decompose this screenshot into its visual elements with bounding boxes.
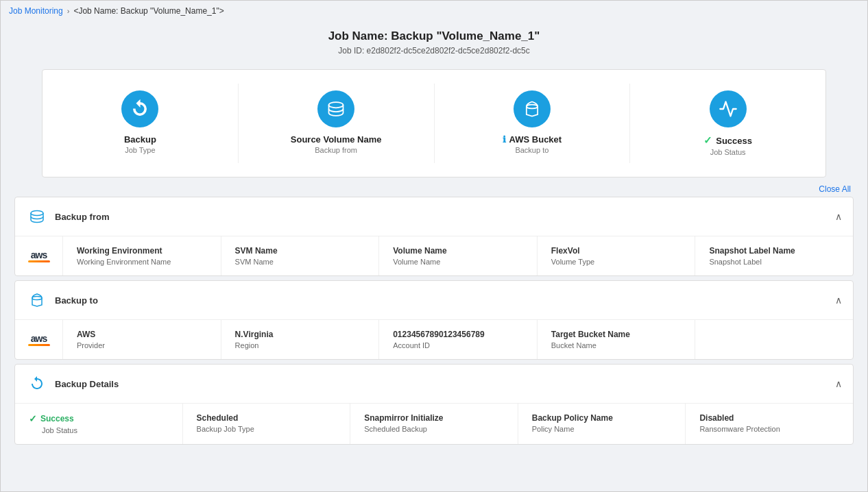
aws-logo-from: aws [28,250,50,262]
aws-bucket-card-value: ℹ AWS Bucket [503,134,562,145]
bucket-name-empty-cell [695,320,853,359]
summary-card-source-volume: Source Volume Name Backup from [239,84,435,163]
section-title-backup-to: Backup to [26,289,98,311]
chevron-up-icon-backup-from: ∧ [835,211,842,222]
svm-name-cell: SVM Name SVM Name [221,236,380,275]
status-success-indicator: ✓ Success [29,413,169,424]
summary-card-success: ✓ Success Job Status [630,84,825,163]
snapshot-label-cell: Snapshot Label Name Snapshot Label [695,236,853,275]
backup-details-section-icon [26,373,48,395]
backup-card-label: Job Type [125,146,155,154]
chevron-up-icon-backup-details: ∧ [835,378,842,389]
backup-from-icon [29,208,45,225]
success-check-icon: ✓ [703,134,712,147]
section-header-backup-details[interactable]: Backup Details ∧ [15,365,853,404]
aws-bucket-icon-circle [514,90,551,127]
backup-icon-circle [121,90,158,127]
backup-from-data-row: aws Working Environment Working Environm… [15,236,853,275]
breadcrumb-current: <Job Name: Backup "Volume_Name_1"> [73,6,224,16]
aws-bucket-card-label: Backup to [515,146,548,154]
main-content: Job Name: Backup "Volume_Name_1" Job ID:… [1,21,867,463]
close-all-row: Close All [14,177,854,197]
backup-details-data-row: ✓ Success Job Status Scheduled Backup Jo… [15,404,853,444]
flexvol-cell: FlexVol Volume Type [538,236,696,275]
volume-name-cell: Volume Name Volume Name [379,236,538,275]
success-status-icon: ✓ [29,413,37,424]
section-header-backup-from[interactable]: Backup from ∧ [15,197,853,236]
aws-logo-to: aws [28,334,50,346]
region-cell: N.Virginia Region [221,320,380,359]
backup-icon [130,99,149,119]
section-title-backup-details: Backup Details [26,373,119,395]
breadcrumb: Job Monitoring › <Job Name: Backup "Volu… [1,1,867,21]
summary-card-backup: Backup Job Type [43,84,239,163]
backup-to-icon [29,292,45,308]
activity-icon-circle [710,90,747,127]
app-container: Job Monitoring › <Job Name: Backup "Volu… [0,0,868,492]
job-status-cell: ✓ Success Job Status [15,404,183,444]
section-backup-to: Backup to ∧ aws AWS Provider N.Virginia [14,280,854,360]
breadcrumb-separator: › [67,7,70,15]
source-volume-card-value: Source Volume Name [291,134,382,145]
aws-provider-name-cell: AWS Provider [63,320,221,359]
source-volume-icon-circle [317,90,354,127]
section-backup-from: Backup from ∧ aws Working Environment Wo… [14,197,854,276]
bucket-name-cell: Target Bucket Name Bucket Name [538,320,696,359]
page-title: Job Name: Backup "Volume_Name_1" [14,29,854,43]
close-all-button[interactable]: Close All [819,184,851,194]
section-title-backup-from: Backup from [26,206,109,227]
svg-point-0 [329,102,343,108]
success-card-value: ✓ Success [703,134,752,147]
section-backup-details: Backup Details ∧ ✓ Success Job Status S [14,364,854,445]
backup-details-icon [29,376,45,392]
aws-bucket-icon [522,99,542,119]
backup-job-type-cell: Scheduled Backup Job Type [183,404,351,444]
ransomware-cell: Disabled Ransomware Protection [686,404,853,444]
backup-from-section-icon [26,206,48,227]
aws-provider-cell-from: aws [15,236,63,275]
policy-name-cell: Backup Policy Name Policy Name [518,404,686,444]
working-environment-cell: Working Environment Working Environment … [63,236,221,275]
source-volume-card-label: Backup from [315,146,357,154]
summary-cards: Backup Job Type Source Volume Name Backu… [42,69,826,177]
svg-point-1 [527,105,538,109]
aws-provider-cell-to: aws [15,320,63,359]
backup-to-section-icon [26,289,48,311]
account-id-cell: 01234567890123456789 Account ID [379,320,538,359]
info-icon: ℹ [503,134,506,145]
summary-card-aws-bucket: ℹ AWS Bucket Backup to [435,84,631,163]
page-header: Job Name: Backup "Volume_Name_1" Job ID:… [14,21,854,61]
activity-icon [719,99,738,119]
svg-point-2 [31,211,43,216]
source-volume-icon [326,99,346,119]
breadcrumb-link[interactable]: Job Monitoring [9,6,63,16]
job-id: Job ID: e2d802f2-dc5ce2d802f2-dc5ce2d802… [14,46,854,56]
success-card-label: Job Status [710,148,746,156]
backup-card-value: Backup [124,134,156,145]
svg-point-3 [32,297,42,300]
backup-to-data-row: aws AWS Provider N.Virginia Region 01234… [15,320,853,359]
chevron-up-icon-backup-to: ∧ [835,295,842,306]
snapmirror-cell: Snapmirror Initialize Scheduled Backup [350,404,518,444]
section-header-backup-to[interactable]: Backup to ∧ [15,281,853,320]
